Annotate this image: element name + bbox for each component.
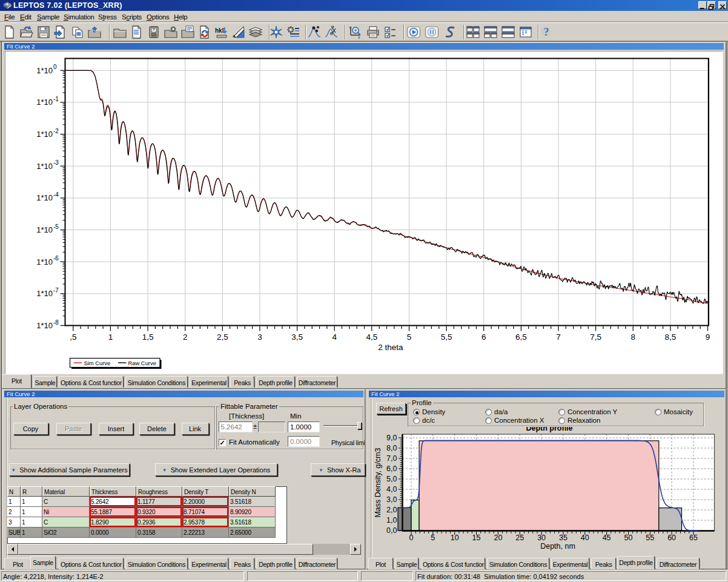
svg-text:6,0: 6,0	[386, 465, 397, 473]
svg-text:60: 60	[667, 534, 676, 542]
svg-text:1*10: 1*10	[36, 162, 53, 171]
svg-text:-2: -2	[53, 128, 59, 134]
svg-text:1,5: 1,5	[142, 332, 154, 342]
svg-text:-8: -8	[53, 319, 59, 326]
svg-text:40: 40	[581, 534, 589, 542]
svg-text:1*10: 1*10	[36, 289, 53, 298]
svg-text:8,0: 8,0	[386, 444, 397, 452]
svg-text:4: 4	[332, 332, 337, 342]
svg-text:45: 45	[603, 534, 611, 542]
svg-text:2,5: 2,5	[217, 332, 228, 342]
svg-text:0: 0	[53, 64, 57, 70]
svg-text:1*10: 1*10	[36, 66, 53, 75]
svg-text:9: 9	[706, 332, 710, 342]
svg-text:Sim Curve: Sim Curve	[84, 360, 111, 366]
svg-text:-7: -7	[53, 287, 59, 294]
svg-text:15: 15	[472, 534, 481, 542]
svg-text:7,5: 7,5	[590, 332, 601, 342]
svg-text:x: x	[358, 35, 360, 39]
svg-text:4,5: 4,5	[366, 332, 377, 342]
svg-text:,5: ,5	[70, 332, 76, 342]
svg-text:-5: -5	[53, 223, 59, 230]
svg-text:10: 10	[451, 534, 459, 542]
svg-text:55: 55	[646, 534, 654, 542]
svg-text:25: 25	[515, 534, 524, 542]
svg-text:3,0: 3,0	[386, 495, 397, 504]
svg-text:3,5: 3,5	[291, 332, 303, 342]
svg-text:7: 7	[556, 332, 561, 342]
svg-text:7,0: 7,0	[386, 454, 397, 463]
svg-text:8,5: 8,5	[665, 332, 677, 342]
svg-text:1*10: 1*10	[36, 257, 53, 266]
svg-text:65: 65	[689, 534, 698, 542]
svg-text:20: 20	[494, 534, 502, 542]
svg-text:1: 1	[108, 332, 113, 342]
svg-text:?: ?	[544, 26, 549, 38]
svg-text:1,0: 1,0	[386, 516, 397, 524]
svg-text:-4: -4	[53, 191, 59, 198]
svg-text:5: 5	[431, 534, 435, 542]
svg-text:Depth, nm: Depth, nm	[540, 542, 575, 551]
svg-text:5,0: 5,0	[386, 475, 397, 483]
svg-text:35: 35	[559, 534, 568, 542]
svg-text:6,5: 6,5	[515, 332, 527, 342]
svg-text:2,0: 2,0	[386, 506, 397, 514]
svg-text:3: 3	[257, 332, 262, 342]
svg-text:1*10: 1*10	[36, 130, 53, 139]
svg-text:Raw Curve: Raw Curve	[128, 360, 156, 366]
svg-text:4,0: 4,0	[386, 485, 397, 494]
svg-text:Mass Density, g/cm3: Mass Density, g/cm3	[374, 448, 382, 517]
svg-text:2: 2	[183, 332, 188, 342]
svg-text:8: 8	[630, 332, 635, 342]
svg-text:-1: -1	[53, 96, 59, 102]
svg-text:2 theta: 2 theta	[378, 343, 403, 352]
svg-text:0,0: 0,0	[386, 526, 397, 535]
svg-text:30: 30	[537, 534, 546, 542]
svg-text:9,0: 9,0	[386, 434, 397, 442]
svg-text:-6: -6	[53, 255, 59, 262]
svg-text:5: 5	[407, 332, 412, 342]
svg-text:5,5: 5,5	[441, 332, 452, 342]
svg-text:6: 6	[481, 332, 486, 342]
svg-text:1*10: 1*10	[36, 98, 53, 107]
svg-text:1*10: 1*10	[36, 321, 53, 330]
svg-text:0: 0	[409, 534, 414, 542]
svg-text:1*10: 1*10	[36, 193, 53, 202]
svg-text:Y: Y	[349, 26, 352, 30]
svg-text:hkl: hkl	[215, 27, 224, 34]
svg-text:-3: -3	[53, 159, 59, 166]
svg-text:50: 50	[624, 534, 633, 542]
svg-text:1*10: 1*10	[36, 225, 53, 234]
